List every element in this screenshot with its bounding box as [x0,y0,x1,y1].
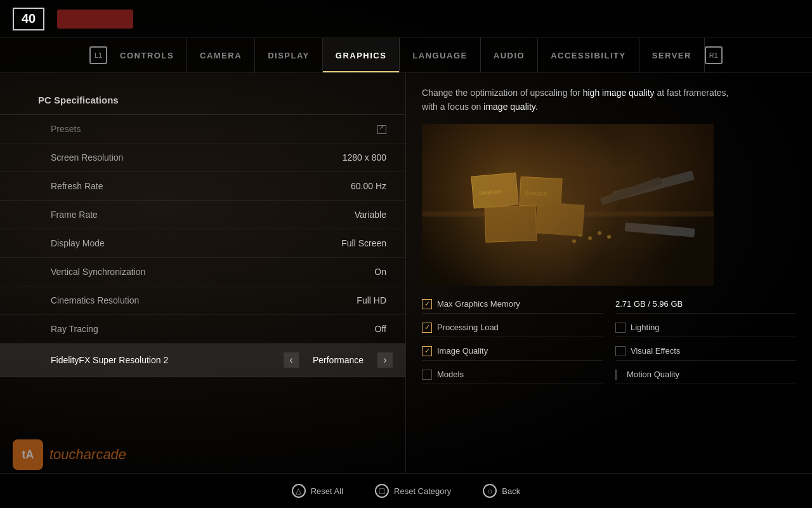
tab-display[interactable]: DISPLAY [255,38,323,72]
svg-rect-0 [422,124,714,286]
main-content: 40 L1 CONTROLS CAMERA DISPLAY GRAPHICS L… [0,0,812,508]
svg-text:DANGER: DANGER [479,189,502,196]
tab-accessibility[interactable]: ACCESSIBILITY [538,38,639,72]
svg-rect-9 [535,201,584,236]
toucharcade-text: toucharcade [49,446,126,463]
svg-rect-3 [471,173,518,208]
display-mode-label: Display Mode [51,238,105,248]
screen-resolution-value: 812 x 508 [343,152,386,163]
max-graphics-memory-value: 2.71 GB / 5.96 GB [615,299,683,309]
vsync-item[interactable]: Vertical Synchronization On [0,258,405,286]
fidelityfx-right-arrow[interactable]: › [377,352,393,368]
settings-list: PC Specifications Presets Screen Resolut… [0,86,405,344]
visual-effects-checkbox[interactable] [615,346,625,356]
models-checkbox[interactable] [422,370,432,380]
svg-point-15 [579,233,582,237]
ray-tracing-item[interactable]: Ray Tracing Off [0,315,405,344]
models-row[interactable]: Models [422,366,603,384]
toucharcade-icon: tA [13,439,43,470]
toucharcade-logo: tA toucharcade [13,439,126,470]
processing-load-checkbox[interactable] [422,323,432,333]
reset-all-action[interactable]: Reset All [292,484,343,498]
refresh-rate-item[interactable]: Refresh Rate 60.00 Hz [0,172,405,201]
tab-controls[interactable]: CONTROLS [107,38,187,72]
pc-specifications-header: PC Specifications [0,86,405,115]
lighting-checkbox[interactable] [615,323,625,333]
right-panel: Change the optimization of upscaling for… [406,73,812,473]
max-graphics-memory-label: Max Graphics Memory [437,299,603,309]
svg-rect-13 [600,177,662,205]
cinematics-resolution-label: Cinematics Resolution [51,295,139,305]
svg-text:DANGER: DANGER [525,190,547,197]
motion-quality-label: Motion Quality [627,370,796,379]
reset-category-action[interactable]: Reset Category [375,484,451,498]
bottom-bar: Reset All Reset Category Back [0,473,812,508]
reset-all-label: Reset All [311,486,343,496]
ray-tracing-value: Off [375,324,386,334]
nav-left-icon[interactable]: L1 [89,46,107,64]
svg-rect-8 [485,205,537,242]
fidelityfx-label: FidelityFX Super Resolution 2 [51,355,168,365]
vsync-value: On [374,267,386,277]
display-mode-value: Full Screen [341,238,386,248]
max-graphics-memory-row[interactable]: Max Graphics Memory [422,295,603,314]
reset-category-label: Reset Category [394,486,451,496]
back-label: Back [502,486,520,496]
svg-rect-6 [520,177,562,207]
display-mode-item[interactable]: Display Mode Full Screen [0,229,405,258]
tab-language[interactable]: LANGUAGE [400,38,480,72]
frame-rate-value: Variable [355,210,386,220]
fidelityfx-value: Performance [306,355,370,365]
svg-point-18 [572,239,576,243]
preview-svg: DANGER DANGER [422,124,714,286]
tab-audio[interactable]: AUDIO [481,38,538,72]
processing-load-row[interactable]: Processing Load [422,319,603,337]
refresh-rate-label: Refresh Rate [51,181,103,191]
nav-tabs: L1 CONTROLS CAMERA DISPLAY GRAPHICS LANG… [0,38,812,73]
external-link-icon [377,125,386,134]
processing-load-label: Processing Load [437,323,603,332]
top-bar: 40 [0,0,812,38]
image-quality-checkbox[interactable] [422,346,432,356]
svg-point-16 [588,236,592,240]
svg-rect-14 [625,222,695,237]
screen-resolution-item[interactable]: Screen Resolution 812 x 508 [0,144,405,172]
image-quality-label: Image Quality [437,346,603,356]
svg-rect-2 [422,211,714,217]
fidelityfx-row[interactable]: FidelityFX Super Resolution 2 ‹ Performa… [0,344,405,377]
max-graphics-memory-checkbox[interactable] [422,299,432,309]
frame-rate-item[interactable]: Frame Rate Variable [0,201,405,229]
tab-camera[interactable]: CAMERA [187,38,255,72]
svg-point-17 [598,231,601,235]
tab-server[interactable]: SERVER [639,38,705,72]
tab-graphics[interactable]: GRAPHICS [323,38,400,72]
top-logo [57,10,133,29]
svg-point-19 [607,235,611,239]
visual-effects-row[interactable]: Visual Effects [615,342,796,361]
svg-rect-4 [471,173,518,208]
description-text: Change the optimization of upscaling for… [422,86,739,114]
fidelityfx-left-arrow[interactable]: ‹ [284,352,299,368]
back-action[interactable]: Back [483,484,520,498]
svg-rect-5 [520,177,562,207]
vsync-label: Vertical Synchronization [51,267,145,277]
svg-rect-20 [422,124,714,286]
lighting-row[interactable]: Lighting [615,319,796,337]
fidelityfx-value-wrap: ‹ Performance › [284,352,393,368]
max-graphics-memory-value-row: 2.71 GB / 5.96 GB [615,295,796,314]
cinematics-resolution-value: Full HD [357,295,386,305]
score-badge: 40 [13,8,44,30]
triangle-icon [292,484,306,498]
preview-image: DANGER DANGER [422,124,714,286]
circle-icon [483,484,497,498]
ray-tracing-label: Ray Tracing [51,324,98,334]
screen-resolution-label: Screen Resolution [51,152,123,163]
visual-effects-label: Visual Effects [631,346,796,356]
motion-quality-row[interactable]: Motion Quality [615,366,796,384]
presets-item[interactable]: Presets [0,115,405,144]
image-quality-row[interactable]: Image Quality [422,342,603,361]
svg-rect-1 [422,213,714,286]
nav-right-icon[interactable]: R1 [705,46,723,64]
models-label: Models [437,370,603,379]
cinematics-resolution-item[interactable]: Cinematics Resolution Full HD [0,286,405,315]
